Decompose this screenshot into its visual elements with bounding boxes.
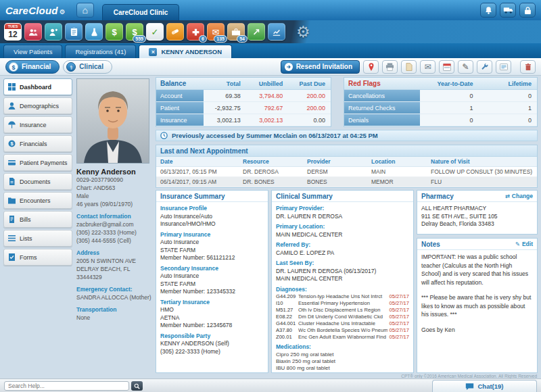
billing-dollar-icon[interactable]: $ (105, 23, 123, 41)
app-icon-strip: TUES 12 $ $ 555 ✓ 6 ✉ 135 (0, 20, 541, 43)
home-button[interactable]: ⌂ (76, 3, 94, 18)
emergency-cross-icon[interactable]: 6 (187, 23, 204, 41)
notes-card-button[interactable] (496, 60, 511, 74)
clinical-icon: ⚕ (66, 62, 76, 72)
appointment-row[interactable]: 06/13/2017, 05:15 PM DR. DEROSA DERSM MA… (156, 167, 537, 177)
notes-edit-link[interactable]: ✎ Edit (515, 241, 533, 247)
last-seen-label: Last Seen By: (276, 260, 409, 268)
appointment-row[interactable]: 06/14/2017, 09:15 AM DR. BONES BONES MEM… (156, 177, 537, 187)
map-pin-button[interactable] (363, 60, 379, 74)
sidebar-item-insurance[interactable]: Insurance (3, 116, 72, 133)
patients-icon[interactable] (24, 23, 42, 41)
pharmacy-change-link[interactable]: ⇄ Change (505, 193, 533, 199)
messages-badge: 135 (214, 35, 227, 43)
scheduler-icon[interactable] (65, 23, 83, 41)
insurance-summary-panel: Insurance Summary Insurance Profile Auto… (156, 190, 268, 373)
alerts-pill-icon[interactable] (166, 23, 184, 41)
insurance-profile-value: Auto Insurance/Auto Insurance/HMO/HMO (160, 213, 264, 228)
email-button[interactable]: ✉ (420, 60, 436, 74)
sidebar-item-dashboard[interactable]: Dashboard (3, 78, 72, 95)
sidebar-item-bills[interactable]: Bills (3, 211, 72, 228)
delete-button[interactable] (520, 60, 536, 74)
tab-patient-label: KENNY ANDERSON (161, 48, 222, 55)
sidebar-item-financials[interactable]: $ Financials (3, 135, 72, 152)
calendar-date-icon[interactable]: TUES 12 (4, 23, 22, 41)
close-tab-icon[interactable]: × (149, 48, 157, 56)
app-window: CareCloud ⚙ ⌂ CareCloud Clinic TUES 12 (0, 0, 541, 392)
diagnosis-item: A37.80 Wc Oth Bordetella Species W/o Pne… (276, 327, 409, 334)
medication-item: Cipro 250 mg oral tablet (276, 351, 409, 358)
medication-item: IBU 800 mg oral tablet (276, 365, 409, 372)
tab-patient-active[interactable]: × KENNY ANDERSON (139, 45, 232, 58)
document-button[interactable] (401, 60, 417, 74)
ambulance-icon (503, 6, 513, 14)
cases-briefcase-icon[interactable]: 54 (227, 23, 245, 41)
sidebar-item-patient-payments[interactable]: Patient Payments (3, 154, 72, 171)
tasks-check-icon[interactable]: ✓ (146, 23, 164, 41)
add-patient-icon[interactable] (45, 23, 62, 41)
medications-icon[interactable] (85, 23, 103, 41)
pharmacy-panel: Pharmacy ⇄ Change ALL HEART PHARMACY911 … (417, 190, 538, 235)
sidebar-item-encounters[interactable]: Encounters (3, 192, 72, 209)
search-icon (134, 383, 140, 389)
sidebar-item-forms[interactable]: Forms (3, 249, 72, 266)
contact-info-heading: Contact Information (76, 212, 152, 220)
transportation-value: None (76, 314, 152, 322)
calendar-button[interactable] (439, 60, 454, 74)
clipboard-icon (70, 27, 78, 36)
sidebar-item-documents[interactable]: Documents (3, 173, 72, 190)
diagnosis-item: I10 Essential Primary Hypertension 05/27… (276, 300, 409, 307)
payments-badge: 555 (133, 35, 146, 43)
settings-gear-icon[interactable]: ⚙ (296, 24, 310, 40)
topbar-actions (480, 3, 536, 18)
note-paragraph: Goes by Ken (421, 326, 533, 335)
notifications-button[interactable] (480, 3, 496, 18)
balance-panel: Balance Total Unbilled Past Due Account … (156, 77, 331, 127)
notes-title: Notes (421, 241, 440, 248)
balance-title: Balance (156, 80, 204, 87)
folder-icon (7, 197, 16, 204)
pharmacy-line: ALL HEART PHARMACY (421, 205, 533, 213)
insurance-summary-title: Insurance Summary (160, 193, 225, 200)
file-icon (406, 63, 413, 71)
topbar: CareCloud ⚙ ⌂ CareCloud Clinic (0, 0, 541, 20)
sidebar-item-lists[interactable]: Lists (3, 230, 72, 247)
patient-name: Kenny Anderson (76, 168, 152, 176)
sidebar-item-demographics[interactable]: Demographics (3, 97, 72, 114)
list-icon (7, 235, 16, 242)
appointments-title: Last and Next Appointment (156, 145, 537, 157)
dollar-circle-icon: $ (7, 140, 16, 147)
clinical-toggle-button[interactable]: ⚕ Clinical (63, 60, 112, 74)
secondary-insurance-label: Secondary Insurance (160, 265, 264, 273)
clinic-tab[interactable]: CareCloud Clinic (102, 4, 180, 20)
card-icon (500, 64, 508, 70)
financial-toggle-button[interactable]: $ Financial (5, 60, 60, 74)
print-button[interactable] (382, 60, 398, 74)
patient-age: 46 years (09/01/1970) (76, 200, 152, 208)
credit-card-icon (7, 159, 16, 166)
flask-icon (90, 28, 99, 36)
arrow-up-right-icon (252, 28, 260, 36)
medications-label: Medications: (276, 343, 409, 351)
search-help-input[interactable] (4, 381, 129, 391)
tools-button[interactable] (477, 60, 492, 74)
edit-button[interactable]: ✎ (458, 60, 473, 74)
payments-dollar-icon[interactable]: $ 555 (126, 23, 143, 41)
patient-phone-cell: (305) 444-5555 (Cell) (76, 237, 152, 245)
resend-invitation-button[interactable]: Resend Invitation (281, 60, 360, 74)
emergency-contact-name: SANDRA ALLOCCA (Mother) (76, 293, 152, 301)
search-button[interactable] (131, 381, 143, 391)
checkin-arrow-icon[interactable] (248, 23, 265, 41)
reports-chart-icon[interactable] (268, 23, 285, 41)
help-search (4, 381, 143, 391)
lock-button[interactable] (519, 3, 536, 18)
envelope-icon: ✉ (424, 63, 431, 71)
tab-view-patients[interactable]: View Patients (3, 45, 62, 58)
ambulance-button[interactable] (500, 3, 516, 18)
tab-registrations[interactable]: Registrations (41) (65, 45, 136, 58)
messages-envelope-icon[interactable]: ✉ 135 (207, 23, 225, 41)
appointments-panel: Last and Next Appointment Date Resource … (156, 145, 538, 188)
diagnosis-item: G44.001 Cluster Headache Uns Intractable… (276, 320, 409, 327)
logo-gear-icon: ⚙ (60, 8, 66, 16)
chat-button[interactable]: Chat(19) (432, 380, 537, 392)
